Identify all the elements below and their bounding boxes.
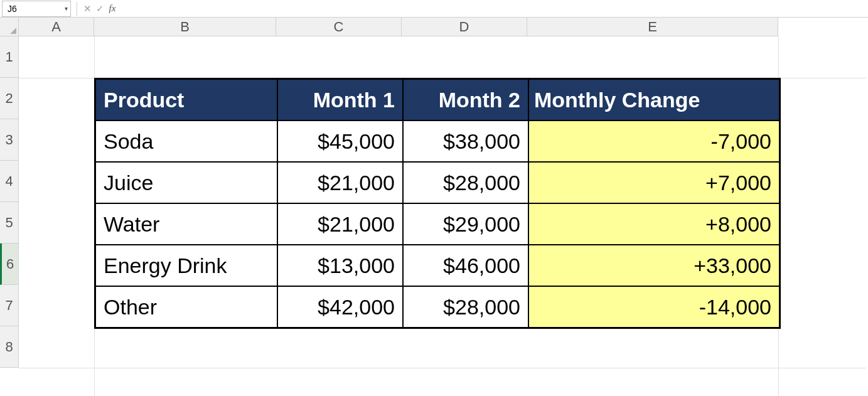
fx-icon[interactable]: fx — [106, 3, 119, 14]
gridline — [19, 368, 866, 368]
cell-product[interactable]: Water — [95, 203, 277, 245]
column-header-D[interactable]: D — [402, 18, 527, 36]
table-row: Energy Drink $13,000 $46,000 +33,000 — [95, 245, 780, 286]
column-header-E[interactable]: E — [527, 18, 778, 36]
formula-input[interactable] — [119, 1, 868, 16]
column-header-C[interactable]: C — [276, 18, 402, 36]
cell-month1[interactable]: $45,000 — [277, 120, 403, 162]
header-change[interactable]: Monthly Change — [528, 79, 780, 120]
cell-change[interactable]: +7,000 — [528, 162, 780, 203]
cell-change[interactable]: -14,000 — [528, 286, 780, 328]
row-header-3[interactable]: 3 — [0, 119, 19, 161]
row-header-4[interactable]: 4 — [0, 161, 19, 202]
chevron-down-icon[interactable]: ▾ — [65, 5, 68, 12]
cell-month2[interactable]: $28,000 — [403, 162, 528, 203]
cancel-formula-icon[interactable]: ✕ — [81, 3, 94, 14]
row-header-1[interactable]: 1 — [0, 36, 19, 78]
name-box[interactable]: J6 ▾ — [2, 1, 71, 17]
cell-month2[interactable]: $28,000 — [403, 286, 528, 328]
header-month2[interactable]: Month 2 — [403, 79, 528, 120]
header-product[interactable]: Product — [95, 79, 277, 120]
row-header-column: 1 2 3 4 5 6 7 8 — [0, 36, 19, 368]
cell-change[interactable]: -7,000 — [528, 120, 780, 162]
cell-product[interactable]: Other — [95, 286, 277, 328]
select-all-corner[interactable] — [0, 18, 19, 36]
cell-month1[interactable]: $21,000 — [277, 162, 403, 203]
divider — [77, 2, 77, 16]
column-header-B[interactable]: B — [94, 18, 276, 36]
table-header-row: Product Month 1 Month 2 Monthly Change — [95, 79, 780, 120]
cell-month2[interactable]: $46,000 — [403, 245, 528, 286]
table-row: Other $42,000 $28,000 -14,000 — [95, 286, 780, 328]
cell-product[interactable]: Juice — [95, 162, 277, 203]
data-table: Product Month 1 Month 2 Monthly Change S… — [94, 78, 781, 329]
table-row: Juice $21,000 $28,000 +7,000 — [95, 162, 780, 203]
cell-product[interactable]: Energy Drink — [95, 245, 277, 286]
table-row: Water $21,000 $29,000 +8,000 — [95, 203, 780, 245]
name-box-text: J6 — [8, 4, 17, 14]
cell-month2[interactable]: $29,000 — [403, 203, 528, 245]
cell-month1[interactable]: $13,000 — [277, 245, 403, 286]
cell-product[interactable]: Soda — [95, 120, 277, 162]
row-header-8[interactable]: 8 — [0, 326, 19, 368]
row-header-5[interactable]: 5 — [0, 202, 19, 243]
row-header-6[interactable]: 6 — [0, 243, 19, 285]
column-header-row: A B C D E — [19, 18, 778, 36]
column-header-A[interactable]: A — [19, 18, 94, 36]
cell-month1[interactable]: $42,000 — [277, 286, 403, 328]
cell-change[interactable]: +8,000 — [528, 203, 780, 245]
row-header-2[interactable]: 2 — [0, 78, 19, 119]
row-header-7[interactable]: 7 — [0, 285, 19, 326]
table-row: Soda $45,000 $38,000 -7,000 — [95, 120, 780, 162]
header-month1[interactable]: Month 1 — [277, 79, 403, 120]
formula-bar: J6 ▾ ✕ ✓ fx — [0, 0, 868, 18]
cell-change[interactable]: +33,000 — [528, 245, 780, 286]
cell-month2[interactable]: $38,000 — [403, 120, 528, 162]
cell-month1[interactable]: $21,000 — [277, 203, 403, 245]
spreadsheet-grid[interactable]: A B C D E 1 2 3 4 5 6 7 8 Product Month … — [0, 18, 868, 396]
accept-formula-icon[interactable]: ✓ — [94, 3, 106, 14]
